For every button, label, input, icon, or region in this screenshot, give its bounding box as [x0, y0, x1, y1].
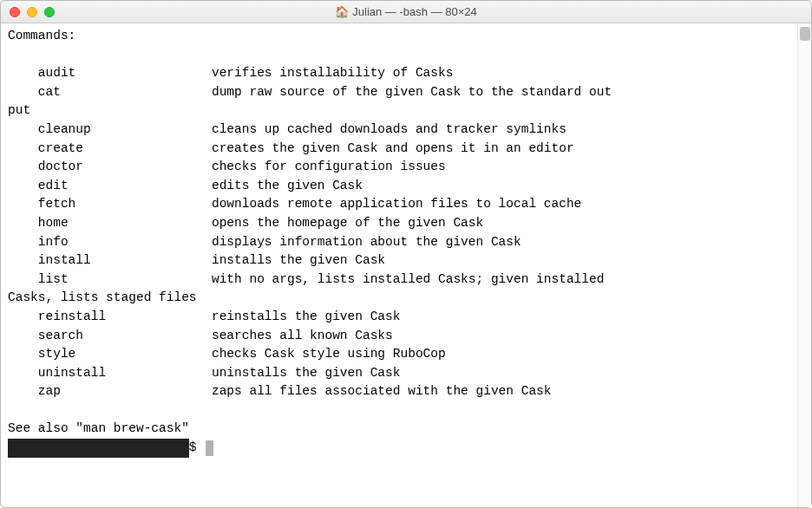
window-title-text: Julian — -bash — 80×24 [352, 5, 476, 18]
window-title: 🏠Julian — -bash — 80×24 [1, 5, 811, 18]
cursor-icon [206, 440, 213, 456]
home-icon: 🏠 [335, 5, 349, 18]
prompt-redacted [8, 439, 189, 458]
prompt-suffix: $ [189, 440, 204, 454]
scrollbar[interactable] [797, 23, 811, 507]
close-icon[interactable] [10, 7, 20, 17]
terminal-output[interactable]: Commands: audit verifies installability … [1, 23, 797, 507]
traffic-lights [10, 7, 55, 17]
prompt-line[interactable]: $ [8, 440, 213, 454]
titlebar[interactable]: 🏠Julian — -bash — 80×24 [1, 1, 811, 23]
minimize-icon[interactable] [27, 7, 37, 17]
terminal-window: 🏠Julian — -bash — 80×24 Commands: audit … [0, 0, 812, 508]
scroll-thumb[interactable] [800, 27, 810, 41]
zoom-icon[interactable] [44, 7, 55, 17]
terminal-body: Commands: audit verifies installability … [1, 23, 811, 507]
